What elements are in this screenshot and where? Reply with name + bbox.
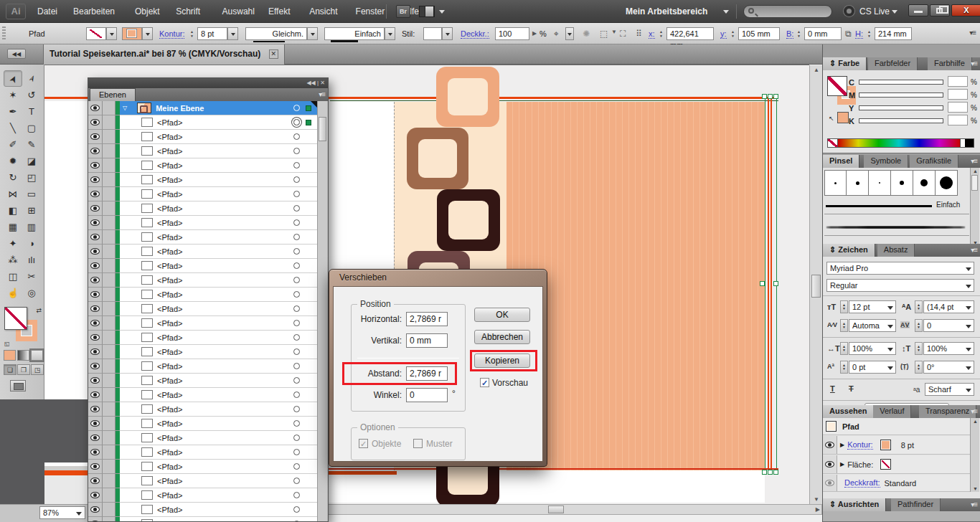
target-circle[interactable] <box>293 478 300 484</box>
visibility-cell[interactable] <box>88 144 103 158</box>
lock-cell[interactable] <box>103 503 116 517</box>
layers-scroll-thumb[interactable] <box>319 117 326 141</box>
visibility-cell[interactable] <box>823 436 837 454</box>
panel-menu-icon[interactable]: ▾≡ <box>971 246 977 254</box>
target-circle[interactable] <box>293 420 300 427</box>
lock-cell[interactable] <box>103 173 116 187</box>
tab-transparenz[interactable]: Transparenz <box>919 405 976 418</box>
layer-row[interactable]: <Pfad> <box>88 445 317 460</box>
path-name-area[interactable]: <Pfad> <box>120 302 317 316</box>
path-name-area[interactable]: <Pfad> <box>120 273 317 288</box>
rotation-stepper[interactable]: ▲▼ <box>915 361 923 374</box>
tab-pathfinder[interactable]: Pathfinder <box>891 498 941 511</box>
width-stepper[interactable]: ▲▼ <box>795 27 803 40</box>
select-similar-icon[interactable]: ⌖ <box>554 29 559 39</box>
reference-point-grid-icon[interactable]: ⠿ <box>636 29 642 39</box>
target-circle[interactable] <box>293 506 300 513</box>
brush-item[interactable] <box>869 170 891 196</box>
visibility-cell[interactable] <box>823 475 837 491</box>
brush-item[interactable] <box>891 170 913 196</box>
height-stepper[interactable]: ▲▼ <box>865 27 873 40</box>
selection-handle[interactable] <box>773 470 778 475</box>
target-circle[interactable] <box>293 334 300 341</box>
target-circle[interactable] <box>293 492 300 498</box>
horizontal-scroll-thumb[interactable] <box>548 506 564 513</box>
lasso-tool[interactable]: ↺ <box>22 87 41 103</box>
v-scale-dropdown[interactable]: 100% <box>923 342 974 355</box>
rotate-tool[interactable]: ↻ <box>4 169 22 186</box>
layer-row[interactable]: <Pfad> <box>88 259 317 273</box>
visibility-cell[interactable] <box>88 316 103 331</box>
lock-cell[interactable] <box>103 130 116 144</box>
visibility-cell[interactable] <box>88 517 103 521</box>
layer-row[interactable]: <Pfad> <box>88 230 317 245</box>
baseline-dropdown[interactable]: 0 pt <box>849 361 896 374</box>
control-panel-menu-icon[interactable]: ▾≡ <box>969 29 976 37</box>
tab-farbhilfe[interactable]: Farbhilfe <box>928 57 972 70</box>
muster-checkbox[interactable] <box>413 439 423 448</box>
graph-tool[interactable]: ılı <box>22 252 41 268</box>
target-circle[interactable] <box>293 105 300 111</box>
blend-tool[interactable]: ◑ <box>22 235 41 252</box>
lock-cell[interactable] <box>103 216 116 230</box>
stroke-weight-link[interactable]: Kontur: <box>159 29 184 39</box>
path-name-area[interactable]: <Pfad> <box>120 460 317 474</box>
layer-row[interactable]: ▽Meine Ebene <box>88 101 317 115</box>
gradient-button[interactable] <box>17 350 29 361</box>
menu-bearbeiten[interactable]: Bearbeiten <box>69 0 119 23</box>
lock-cell[interactable] <box>103 345 116 359</box>
layer-row[interactable]: <Pfad> <box>88 158 317 173</box>
lock-cell[interactable] <box>103 517 116 521</box>
hand-tool[interactable]: ☝ <box>4 285 22 301</box>
stroke-style-swatch[interactable] <box>86 27 106 40</box>
target-circle[interactable] <box>293 277 300 283</box>
cs-live-menu[interactable]: CS Live <box>859 0 890 23</box>
path-name-area[interactable]: <Pfad> <box>120 388 317 402</box>
visibility-cell[interactable] <box>88 130 103 144</box>
lock-cell[interactable] <box>103 115 116 130</box>
lock-cell[interactable] <box>103 245 116 259</box>
baseline-stepper[interactable]: ▲▼ <box>840 361 848 374</box>
layer-row[interactable]: <Pfad> <box>88 201 317 216</box>
target-circle[interactable] <box>293 320 300 326</box>
layers-panel-titlebar[interactable]: ◀◀ | ✕ <box>88 78 328 88</box>
vertical-scrollbar[interactable]: ▲ ▼ <box>809 65 822 504</box>
lock-cell[interactable] <box>103 158 116 173</box>
layer-row[interactable]: <Pfad> <box>88 388 317 402</box>
shape-builder-tool[interactable]: ◧ <box>4 202 22 219</box>
scale-tool[interactable]: ◰ <box>22 169 41 186</box>
ok-button[interactable]: OK <box>474 308 530 322</box>
isolate-selection-icon[interactable]: ⬚ <box>600 29 608 39</box>
target-circle[interactable] <box>293 219 300 226</box>
paintbrush-tool[interactable]: ✐ <box>4 136 22 153</box>
width-link[interactable]: B: <box>786 29 793 39</box>
font-size-dropdown[interactable]: 12 pt <box>849 300 896 313</box>
preview-checkbox[interactable]: ✓ <box>480 378 489 387</box>
select-similar-dropdown[interactable] <box>565 27 574 40</box>
fill-stroke-control[interactable]: ⇄ ◱ <box>4 307 42 347</box>
bridge-button[interactable]: Br <box>396 5 410 18</box>
expand-icon[interactable]: ⛶ <box>620 29 626 39</box>
black-swatch[interactable] <box>965 139 974 147</box>
antialias-dropdown[interactable]: Scharf <box>925 383 974 396</box>
eyedropper-tool[interactable]: ✦ <box>4 235 22 252</box>
zoom-level-dropdown[interactable]: 87% <box>39 506 85 519</box>
visibility-cell[interactable] <box>88 173 103 187</box>
stroke-weight-dropdown[interactable] <box>227 27 238 40</box>
selection-handle[interactable] <box>773 94 778 99</box>
menu-objekt[interactable]: Objekt <box>131 0 164 23</box>
target-circle[interactable] <box>293 176 300 183</box>
path-name-area[interactable]: <Pfad> <box>120 173 317 187</box>
scroll-down-icon[interactable]: ▼ <box>814 496 819 503</box>
lock-cell[interactable] <box>103 359 116 374</box>
workspace-switcher[interactable]: Mein Arbeitsbereich <box>626 0 707 23</box>
panel-menu-icon[interactable]: ▾≡ <box>971 407 977 415</box>
layer-row[interactable]: <Pfad> <box>88 374 317 388</box>
last-color-icon[interactable]: ↖ <box>829 115 834 122</box>
path-name-area[interactable]: <Pfad> <box>120 517 317 521</box>
layer-row[interactable]: <Pfad> <box>88 273 317 288</box>
opacity-link[interactable]: Deckkraft: <box>844 478 880 488</box>
layer-row[interactable]: <Pfad> <box>88 173 317 187</box>
visibility-cell[interactable] <box>88 474 103 488</box>
white-swatch[interactable] <box>960 139 965 147</box>
